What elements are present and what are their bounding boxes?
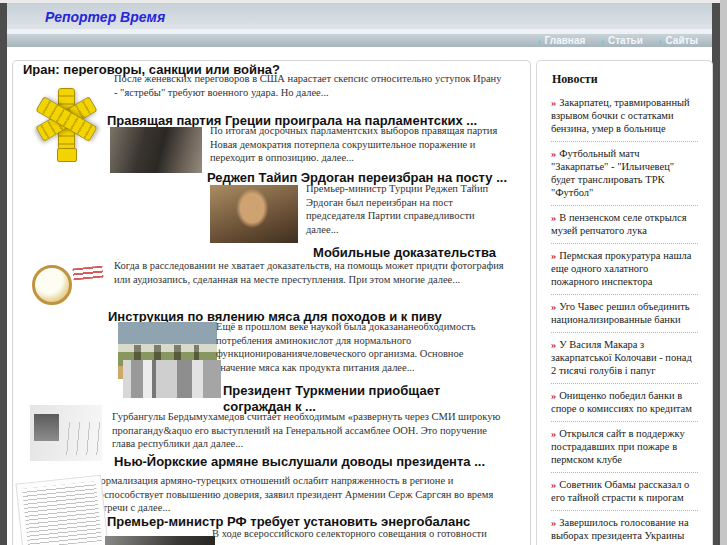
yellow-asterisk-watch-photo[interactable] [29,76,103,160]
news-item[interactable]: »Футбольный матч "Закарпатье" - "Ильичев… [551,142,698,206]
double-arrow-icon: » [551,212,556,223]
double-arrow-icon: » [551,428,556,439]
power-station-photo[interactable] [105,536,215,545]
article-excerpt: Когда в расследовании не хватает доказат… [114,259,506,286]
window-left-edge [0,3,7,545]
news-item[interactable]: »У Василя Макара з закарпатської Колочав… [551,333,698,384]
news-item-text: В пензенском селе открылся музей репчато… [551,212,687,236]
news-item-text: Онищенко победил банки в споре о комисси… [551,390,692,414]
article-excerpt: Ещё в прошлом веке наукой была доказанан… [216,320,504,374]
double-arrow-icon: » [551,517,556,528]
article-excerpt: По итогам досрочных парламентских выборо… [210,124,502,165]
article-title[interactable]: Нью-Йоркские армяне выслушали доводы пре… [114,454,485,470]
window-right-gutter [720,0,727,545]
nav-item-sites[interactable]: › Сайты [658,36,698,46]
news-item-text: Футбольный матч "Закарпатье" - "Ильичеве… [551,148,674,198]
main-nav: › Главная › Статьи › Сайты [7,34,712,47]
double-arrow-icon: » [551,250,556,261]
erdogan-portrait-photo[interactable] [210,185,298,243]
pocket-watch-photo[interactable] [29,259,106,309]
article-excerpt: В ходе всероссийского селекторного совещ… [212,527,508,541]
presentation-room-photo[interactable] [30,405,102,461]
double-arrow-icon: » [551,339,556,350]
news-item-text: Уго Чавес решил объединить национализиро… [551,301,690,325]
news-item-text: Пермская прокуратура нашла еще одного ха… [551,250,691,287]
handwritten-note-photo[interactable] [15,475,108,545]
nav-item-articles[interactable]: › Статьи [600,36,643,46]
double-arrow-icon: » [551,301,556,312]
photo-detail [72,265,103,280]
chevron-right-icon: › [658,36,662,46]
nav-item-label: Главная [545,36,586,46]
chevron-right-icon: › [600,36,604,46]
site-logo[interactable]: Репортер Время [45,9,165,25]
nav-item-label: Сайты [666,36,699,46]
news-item[interactable]: »Советник Обамы рассказал о его тайной с… [551,473,698,511]
news-item-text: Завершилось голосование на выборах прези… [551,517,689,541]
double-arrow-icon: » [551,97,556,108]
news-list: »Закарпатец, травмированный взрывом бочк… [551,91,698,545]
photo-detail [57,148,77,162]
news-item[interactable]: »В пензенском селе открылся музей репчат… [551,206,698,244]
double-arrow-icon: » [551,148,556,159]
double-arrow-icon: » [551,390,556,401]
article-excerpt: Гурбангулы Бердымухамедов считает необхо… [112,410,508,451]
greece-street-photo[interactable] [110,127,202,173]
chevron-right-icon: › [537,36,541,46]
news-item[interactable]: »Завершилось голосование на выборах през… [551,511,698,545]
news-item[interactable]: »Открылся сайт в поддержку пострадавших … [551,422,698,473]
article-excerpt: После женевских переговоров в США нараст… [114,72,506,99]
news-item[interactable]: »Уго Чавес решил объединить национализир… [551,295,698,333]
window-right-edge [712,3,720,545]
double-arrow-icon: » [551,479,556,490]
news-item-text: У Василя Макара з закарпатської Колочави… [551,339,692,376]
news-item[interactable]: »Закарпатец, травмированный взрывом бочк… [551,91,698,142]
articles-panel: Иран: переговоры, санкции или война? Пос… [12,60,531,545]
nav-item-home[interactable]: › Главная [537,36,585,46]
article-excerpt: Премьер-министр Турции Реджеп Тайип Эрдо… [306,182,498,236]
nav-item-label: Статьи [608,36,643,46]
article-excerpt: Нормализация армяно-турецких отношений о… [93,474,507,515]
turkmenistan-buildings-photo[interactable] [123,360,221,398]
news-item-text: Советник Обамы рассказал о его тайной ст… [551,479,689,503]
news-item-text: Закарпатец, травмированный взрывом бочки… [551,97,690,134]
news-item[interactable]: »Онищенко победил банки в споре о комисс… [551,384,698,422]
news-sidebar: Новости »Закарпатец, травмированный взры… [536,60,713,545]
sidebar-title: Новости [552,72,698,87]
news-item-text: Открылся сайт в поддержку пострадавших п… [551,428,685,465]
news-item[interactable]: »Пермская прокуратура нашла еще одного х… [551,244,698,295]
